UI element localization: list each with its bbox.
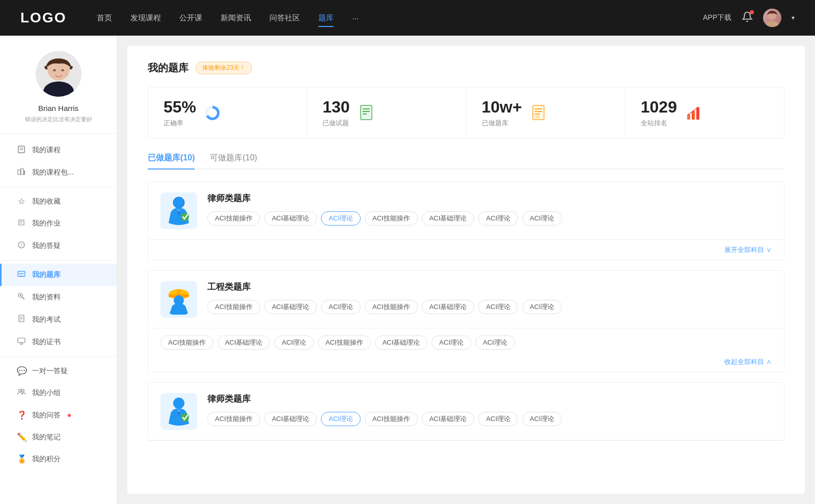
sidebar-item-qa[interactable]: ? 我的答疑 (0, 235, 117, 257)
tag-3-1[interactable]: ACI技能操作 (207, 412, 260, 426)
nav-qa[interactable]: 问答社区 (269, 11, 300, 25)
svg-point-4 (61, 69, 64, 71)
avatar-inner (763, 9, 781, 27)
sidebar-item-1on1[interactable]: 💬 一对一答疑 (0, 360, 117, 382)
tag-1-5[interactable]: ACI基础理论 (422, 211, 475, 226)
menu-label-my-course: 我的课程 (32, 146, 61, 155)
tag-3-3[interactable]: ACI理论 (321, 412, 361, 426)
tag-1-6[interactable]: ACI理论 (478, 211, 518, 226)
bank-header-2: 工程类题库 ACI技能操作 ACI基础理论 ACI理论 ACI技能操作 ACI基… (148, 271, 784, 328)
tag-1-7[interactable]: ACI理论 (522, 211, 562, 226)
tag-1-2[interactable]: ACI基础理论 (264, 211, 317, 226)
tag-2-5[interactable]: ACI基础理论 (422, 300, 475, 314)
tag-3-7[interactable]: ACI理论 (522, 412, 562, 426)
certificate-icon (17, 337, 26, 347)
nav-bank[interactable]: 题库 (318, 11, 334, 25)
sidebar-item-bank[interactable]: 我的题库 (0, 264, 117, 286)
sidebar-item-group[interactable]: 我的小组 (0, 382, 117, 404)
dropdown-arrow-icon[interactable]: ▾ (792, 14, 795, 21)
pie-chart-svg (203, 104, 222, 122)
tag-2-4[interactable]: ACI技能操作 (365, 300, 418, 314)
tag-1-1[interactable]: ACI技能操作 (207, 211, 260, 226)
tag-1-4[interactable]: ACI技能操作 (365, 211, 418, 226)
main-layout: Brian Harris 错误的决定比没有决定要好 我的课程 (0, 36, 815, 504)
svg-point-46 (688, 114, 689, 115)
qa-icon: ? (17, 241, 26, 251)
stat-accuracy-value: 55% (164, 98, 196, 117)
tag-3-5[interactable]: ACI基础理论 (422, 412, 475, 426)
collapse-link-2[interactable]: 收起全部科目 ∧ (724, 358, 772, 366)
bank-content-3: 律师类题库 ACI技能操作 ACI基础理论 ACI理论 ACI技能操作 ACI基… (207, 393, 772, 426)
sidebar-item-homework[interactable]: 我的作业 (0, 212, 117, 235)
app-download-button[interactable]: APP下载 (703, 13, 731, 22)
tag-2b-5[interactable]: ACI基础理论 (375, 335, 428, 350)
tag-2b-4[interactable]: ACI技能操作 (318, 335, 371, 350)
menu-label-notes: 我的笔记 (32, 433, 61, 442)
page-header: 我的题库 体验剩余23天！ (148, 61, 784, 75)
sidebar-item-exam[interactable]: 我的考试 (0, 309, 117, 331)
tag-3-6[interactable]: ACI理论 (478, 412, 518, 426)
bank-header-3: 律师类题库 ACI技能操作 ACI基础理论 ACI理论 ACI技能操作 ACI基… (148, 383, 784, 440)
menu-label-qa: 我的答疑 (32, 241, 61, 250)
tag-2b-7[interactable]: ACI理论 (475, 335, 515, 350)
bank-icon (17, 270, 26, 280)
expand-link-1[interactable]: 展开全部科目 ∨ (724, 246, 772, 254)
sidebar-item-certificate[interactable]: 我的证书 (0, 331, 117, 353)
sidebar-item-notes[interactable]: ✏️ 我的笔记 (0, 426, 117, 448)
tag-1-3[interactable]: ACI理论 (321, 211, 361, 226)
bank-tags-1: ACI技能操作 ACI基础理论 ACI理论 ACI技能操作 ACI基础理论 AC… (207, 211, 772, 226)
data-icon (17, 292, 26, 302)
tag-2b-1[interactable]: ACI技能操作 (160, 335, 213, 350)
svg-point-3 (53, 69, 56, 71)
menu-divider-2 (0, 260, 117, 261)
tag-2-2[interactable]: ACI基础理论 (264, 300, 317, 314)
tag-2-1[interactable]: ACI技能操作 (207, 300, 260, 314)
svg-point-47 (692, 110, 694, 111)
done-questions-icon (357, 104, 375, 122)
nav-home[interactable]: 首页 (97, 11, 112, 25)
sidebar-item-my-course[interactable]: 我的课程 (0, 139, 117, 161)
exam-icon (17, 315, 26, 325)
tag-2b-6[interactable]: ACI理论 (431, 335, 471, 350)
questions-dot (68, 414, 71, 417)
svg-rect-10 (24, 171, 25, 175)
nav-discover[interactable]: 发现课程 (130, 11, 161, 25)
svg-line-21 (22, 297, 24, 299)
tab-done-banks[interactable]: 已做题库(10) (148, 153, 195, 169)
nav-links: 首页 发现课程 公开课 新闻资讯 问答社区 题库 ··· (97, 11, 703, 25)
trial-badge: 体验剩余23天！ (196, 62, 252, 74)
stat-accuracy-label: 正确率 (164, 119, 196, 128)
tag-2-6[interactable]: ACI理论 (478, 300, 518, 314)
tag-2b-3[interactable]: ACI理论 (274, 335, 314, 350)
menu-label-course-package: 我的课程包... (32, 168, 74, 177)
nav-more[interactable]: ··· (352, 12, 359, 24)
tag-3-2[interactable]: ACI基础理论 (264, 412, 317, 426)
svg-rect-9 (21, 169, 23, 175)
nav-news[interactable]: 新闻资讯 (221, 11, 251, 25)
menu-label-bank: 我的题库 (32, 270, 61, 279)
tag-2b-2[interactable]: ACI基础理论 (218, 335, 270, 350)
notification-bell[interactable] (742, 11, 753, 24)
bank-header-1: 律师类题库 ACI技能操作 ACI基础理论 ACI理论 ACI技能操作 ACI基… (148, 182, 784, 240)
tab-available-banks[interactable]: 可做题库(10) (210, 153, 257, 169)
stats-row: 55% 正确率 130 已做试题 (148, 87, 784, 138)
avatar[interactable] (763, 9, 781, 27)
nav-opencourse[interactable]: 公开课 (179, 11, 202, 25)
my-course-icon (17, 145, 26, 155)
sidebar-item-points[interactable]: 🏅 我的积分 (0, 448, 117, 470)
sidebar-item-favorites[interactable]: ☆ 我的收藏 (0, 190, 117, 212)
sidebar-item-questions[interactable]: ❓ 我的问答 (0, 404, 117, 426)
doc-yellow-svg (530, 104, 547, 122)
svg-rect-8 (18, 170, 20, 175)
stat-done-q-value: 130 (322, 98, 349, 117)
tabs-row: 已做题库(10) 可做题库(10) (148, 153, 784, 170)
tag-2-7[interactable]: ACI理论 (522, 300, 562, 314)
bank-tags-2-row2: ACI技能操作 ACI基础理论 ACI理论 ACI技能操作 ACI基础理论 AC… (148, 328, 784, 352)
sidebar-item-data[interactable]: 我的资料 (0, 286, 117, 309)
sidebar-item-course-package[interactable]: 我的课程包... (0, 161, 117, 184)
tag-3-4[interactable]: ACI技能操作 (365, 412, 418, 426)
bank-footer-1: 展开全部科目 ∨ (148, 240, 784, 260)
tag-2-3[interactable]: ACI理论 (321, 300, 361, 314)
1on1-icon: 💬 (17, 366, 26, 376)
menu-label-data: 我的资料 (32, 293, 61, 302)
